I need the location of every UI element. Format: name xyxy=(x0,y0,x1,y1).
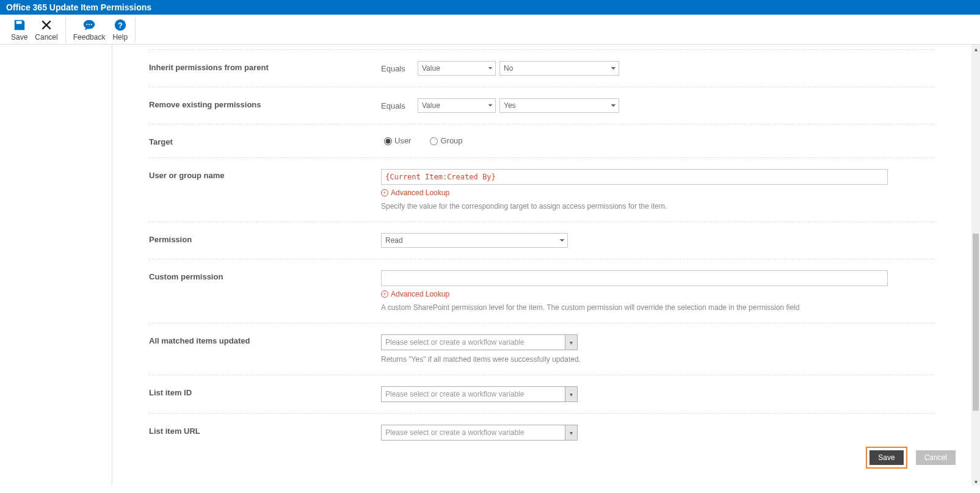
title-bar: Office 365 Update Item Permissions xyxy=(0,0,980,15)
label-remove: Remove existing permissions xyxy=(149,98,381,109)
inherit-value-select[interactable]: No xyxy=(499,61,619,76)
sidebar xyxy=(0,45,112,486)
remove-mode-select[interactable]: Value xyxy=(418,98,496,113)
label-custom: Custom permission xyxy=(149,270,381,281)
plus-icon: + xyxy=(381,189,388,196)
help-custom: A custom SharePoint permission level for… xyxy=(381,303,935,312)
chevron-down-icon[interactable]: ▾ xyxy=(565,387,577,401)
scroll-up-icon[interactable]: ▴ xyxy=(971,45,980,53)
help-icon: ? xyxy=(114,18,127,32)
chat-icon xyxy=(82,18,96,32)
permission-select[interactable]: Read xyxy=(381,233,568,248)
label-inherit: Inherit permissions from parent xyxy=(149,61,381,72)
content-wrap: Inherit permissions from parent Equals V… xyxy=(112,45,980,486)
help-user-group: Specify the value for the corresponding … xyxy=(381,202,935,211)
row-inherit: Inherit permissions from parent Equals V… xyxy=(149,49,935,87)
target-user-radio[interactable]: User xyxy=(381,135,411,145)
label-item-url: List item URL xyxy=(149,425,381,436)
item-url-text: Please select or create a workflow varia… xyxy=(382,425,565,440)
ribbon: Save Cancel Feedback ? Help xyxy=(0,15,980,45)
footer-buttons: Save Cancel xyxy=(866,447,956,469)
remove-operator: Equals xyxy=(381,101,410,110)
feedback-button[interactable]: Feedback xyxy=(70,17,109,43)
target-user-input[interactable] xyxy=(384,137,392,145)
label-item-id: List item ID xyxy=(149,386,381,397)
row-user-group: User or group name {Current Item:Created… xyxy=(149,157,935,221)
svg-text:?: ? xyxy=(118,21,123,30)
ribbon-group-actions: Save Cancel xyxy=(4,17,66,43)
adv-lookup-label-user: Advanced Lookup xyxy=(391,189,449,197)
save-icon xyxy=(13,18,26,32)
help-label: Help xyxy=(112,33,128,41)
cancel-label: Cancel xyxy=(35,33,57,41)
scroll-thumb[interactable] xyxy=(973,234,979,411)
row-target: Target User Group xyxy=(149,124,935,157)
footer-save-button[interactable]: Save xyxy=(869,450,903,465)
ribbon-group-help: Feedback ? Help xyxy=(66,17,136,43)
row-all-matched: All matched items updated Please select … xyxy=(149,323,935,375)
row-custom: Custom permission + Advanced Lookup A cu… xyxy=(149,259,935,323)
target-group-label: Group xyxy=(440,136,462,145)
svg-rect-0 xyxy=(20,21,21,24)
remove-value-select[interactable]: Yes xyxy=(499,98,619,113)
chevron-down-icon[interactable]: ▾ xyxy=(565,425,577,440)
cancel-button[interactable]: Cancel xyxy=(31,17,61,43)
advanced-lookup-user[interactable]: + Advanced Lookup xyxy=(381,189,449,197)
inherit-operator: Equals xyxy=(381,64,410,73)
form-content: Inherit permissions from parent Equals V… xyxy=(112,45,971,486)
adv-lookup-label-custom: Advanced Lookup xyxy=(391,290,449,298)
scroll-down-icon[interactable]: ▾ xyxy=(971,477,980,486)
item-id-text: Please select or create a workflow varia… xyxy=(382,387,565,401)
svg-point-3 xyxy=(91,24,92,25)
label-target: Target xyxy=(149,135,381,146)
target-user-label: User xyxy=(394,136,411,145)
footer-cancel-button[interactable]: Cancel xyxy=(916,450,956,465)
user-group-field[interactable]: {Current Item:Created By} xyxy=(381,169,888,185)
scrollbar[interactable]: ▴ ▾ xyxy=(971,45,980,486)
svg-point-2 xyxy=(89,24,90,25)
feedback-label: Feedback xyxy=(73,33,106,41)
label-permission: Permission xyxy=(149,233,381,244)
row-permission: Permission Read xyxy=(149,221,935,259)
target-group-input[interactable] xyxy=(430,137,438,145)
label-user-group: User or group name xyxy=(149,169,381,180)
save-button[interactable]: Save xyxy=(7,17,31,43)
row-item-id: List item ID Please select or create a w… xyxy=(149,375,935,413)
row-remove: Remove existing permissions Equals Value… xyxy=(149,87,935,124)
row-item-url: List item URL Please select or create a … xyxy=(149,413,935,452)
item-id-combo[interactable]: Please select or create a workflow varia… xyxy=(381,386,578,402)
save-label: Save xyxy=(11,33,27,41)
inherit-mode-select[interactable]: Value xyxy=(418,61,496,76)
save-highlight: Save xyxy=(866,447,907,469)
all-matched-text: Please select or create a workflow varia… xyxy=(382,335,565,350)
custom-permission-field[interactable] xyxy=(381,270,888,286)
help-all-matched: Returns "Yes" if all matched items were … xyxy=(381,355,935,364)
help-button[interactable]: ? Help xyxy=(109,17,131,43)
svg-point-1 xyxy=(86,24,87,25)
page-title: Office 365 Update Item Permissions xyxy=(6,2,151,12)
user-group-token: {Current Item:Created By} xyxy=(385,173,496,181)
target-group-radio[interactable]: Group xyxy=(427,135,462,145)
label-all-matched: All matched items updated xyxy=(149,334,381,345)
item-url-combo[interactable]: Please select or create a workflow varia… xyxy=(381,425,578,441)
all-matched-combo[interactable]: Please select or create a workflow varia… xyxy=(381,334,578,350)
shell: Inherit permissions from parent Equals V… xyxy=(0,45,980,486)
advanced-lookup-custom[interactable]: + Advanced Lookup xyxy=(381,290,449,298)
chevron-down-icon[interactable]: ▾ xyxy=(565,335,577,350)
plus-icon: + xyxy=(381,290,388,298)
close-icon xyxy=(40,18,53,32)
